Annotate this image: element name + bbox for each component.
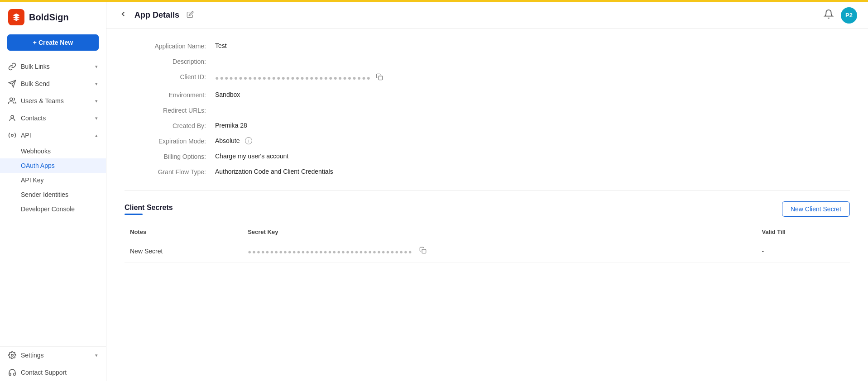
notification-button[interactable] — [824, 9, 834, 22]
svg-rect-7 — [422, 249, 426, 253]
svg-point-2 — [10, 98, 13, 100]
headphone-icon — [8, 368, 16, 376]
sidebar-item-webhooks[interactable]: Webhooks — [0, 144, 106, 158]
api-icon — [8, 131, 16, 139]
header-left: App Details — [117, 8, 196, 22]
label-expiration-mode: Expiration Mode: — [125, 137, 215, 145]
contacts-arrow: ▾ — [95, 115, 98, 121]
label-redirect-urls: Redirect URLs: — [125, 106, 215, 114]
row-secret-key: ●●●●●●●●●●●●●●●●●●●●●●●●●●●●●●●●●●●●● — [242, 240, 756, 262]
col-notes: Notes — [125, 224, 242, 240]
contact-support-label: Contact Support — [21, 369, 67, 376]
settings-arrow: ▾ — [95, 352, 98, 358]
new-client-secret-button[interactable]: New Client Secret — [782, 201, 850, 217]
client-secrets-title: Client Secrets — [125, 204, 173, 212]
value-expiration-mode: Absolute i — [215, 137, 850, 145]
value-grant-flow-type: Authorization Code and Client Credential… — [215, 167, 850, 176]
value-created-by: Premika 28 — [215, 121, 850, 129]
client-secrets-title-area: Client Secrets — [125, 204, 173, 215]
client-secrets-header: Client Secrets New Client Secret — [125, 201, 850, 217]
api-arrow: ▴ — [95, 133, 98, 138]
users-icon — [8, 97, 16, 105]
header-right: P2 — [824, 7, 857, 24]
copy-client-id-button[interactable] — [375, 72, 384, 83]
main-area: App Details P2 Application Name: — [106, 0, 868, 381]
col-valid-till: Valid Till — [756, 224, 850, 240]
users-teams-arrow: ▾ — [95, 98, 98, 104]
edit-button[interactable] — [185, 9, 196, 22]
value-description — [215, 57, 850, 65]
users-teams-label: Users & Teams — [21, 97, 64, 105]
link-icon — [8, 62, 16, 71]
back-button[interactable] — [117, 8, 129, 22]
app-details-grid: Application Name: Test Description: Clie… — [125, 42, 850, 176]
user-avatar[interactable]: P2 — [841, 7, 857, 24]
label-billing-options: Billing Options: — [125, 152, 215, 160]
api-label: API — [21, 132, 31, 139]
settings-label: Settings — [21, 352, 44, 359]
gear-icon — [8, 351, 16, 359]
create-new-button[interactable]: + Create New — [7, 34, 99, 51]
col-secret-key: Secret Key — [242, 224, 756, 240]
sidebar-item-users-teams[interactable]: Users & Teams ▾ — [0, 92, 106, 110]
sidebar-item-contacts[interactable]: Contacts ▾ — [0, 110, 106, 127]
svg-point-3 — [11, 115, 14, 118]
brand-name: BoldSign — [29, 12, 69, 23]
value-billing-options: Charge my user's account — [215, 152, 850, 160]
logo-area: BoldSign — [0, 2, 106, 31]
label-created-by: Created By: — [125, 121, 215, 129]
secrets-table: Notes Secret Key Valid Till New Secret ●… — [125, 224, 850, 262]
bulk-links-arrow: ▾ — [95, 64, 98, 70]
contacts-label: Contacts — [21, 114, 46, 122]
logo-icon — [8, 9, 24, 25]
sidebar-item-developer-console[interactable]: Developer Console — [0, 202, 106, 216]
label-environment: Environment: — [125, 90, 215, 99]
sidebar-item-settings[interactable]: Settings ▾ — [0, 347, 106, 364]
section-title-underline — [125, 214, 143, 215]
sidebar-bottom: Settings ▾ Contact Support — [0, 346, 106, 381]
secrets-table-body: New Secret ●●●●●●●●●●●●●●●●●●●●●●●●●●●●●… — [125, 240, 850, 262]
copy-secret-key-button[interactable] — [418, 246, 427, 257]
page-header: App Details P2 — [106, 2, 868, 29]
sidebar-item-api-key[interactable]: API Key — [0, 173, 106, 187]
svg-point-5 — [11, 354, 14, 357]
send-icon — [8, 80, 16, 88]
bulk-send-arrow: ▾ — [95, 81, 98, 87]
label-app-name: Application Name: — [125, 42, 215, 50]
section-divider — [125, 190, 850, 190]
row-notes: New Secret — [125, 240, 242, 262]
secrets-table-header-row: Notes Secret Key Valid Till — [125, 224, 850, 240]
main-content: Application Name: Test Description: Clie… — [106, 29, 868, 381]
secret-key-masked: ●●●●●●●●●●●●●●●●●●●●●●●●●●●●●●●●●●●●● — [248, 248, 413, 255]
sidebar: BoldSign + Create New Bulk Links ▾ Bulk … — [0, 0, 106, 381]
table-row: New Secret ●●●●●●●●●●●●●●●●●●●●●●●●●●●●●… — [125, 240, 850, 262]
sidebar-item-contact-support[interactable]: Contact Support — [0, 364, 106, 381]
value-client-id: ●●●●●●●●●●●●●●●●●●●●●●●●●●●●●●●●● — [215, 72, 850, 83]
sidebar-item-api[interactable]: API ▴ — [0, 127, 106, 144]
bulk-send-label: Bulk Send — [21, 80, 50, 87]
page-title: App Details — [134, 10, 179, 20]
label-client-id: Client ID: — [125, 72, 215, 83]
bulk-links-label: Bulk Links — [21, 63, 50, 70]
value-app-name: Test — [215, 42, 850, 50]
svg-rect-6 — [379, 76, 383, 80]
value-redirect-urls — [215, 106, 850, 114]
svg-point-4 — [11, 134, 14, 137]
label-description: Description: — [125, 57, 215, 65]
sidebar-item-bulk-send[interactable]: Bulk Send ▾ — [0, 75, 106, 92]
expiration-mode-info-icon[interactable]: i — [245, 137, 252, 144]
sidebar-item-bulk-links[interactable]: Bulk Links ▾ — [0, 58, 106, 75]
row-valid-till: - — [756, 240, 850, 262]
contact-icon — [8, 114, 16, 122]
sidebar-item-sender-identities[interactable]: Sender Identities — [0, 187, 106, 202]
label-grant-flow-type: Grant Flow Type: — [125, 167, 215, 176]
sidebar-item-oauth-apps[interactable]: OAuth Apps — [0, 158, 106, 173]
value-environment: Sandbox — [215, 90, 850, 99]
secrets-table-head: Notes Secret Key Valid Till — [125, 224, 850, 240]
